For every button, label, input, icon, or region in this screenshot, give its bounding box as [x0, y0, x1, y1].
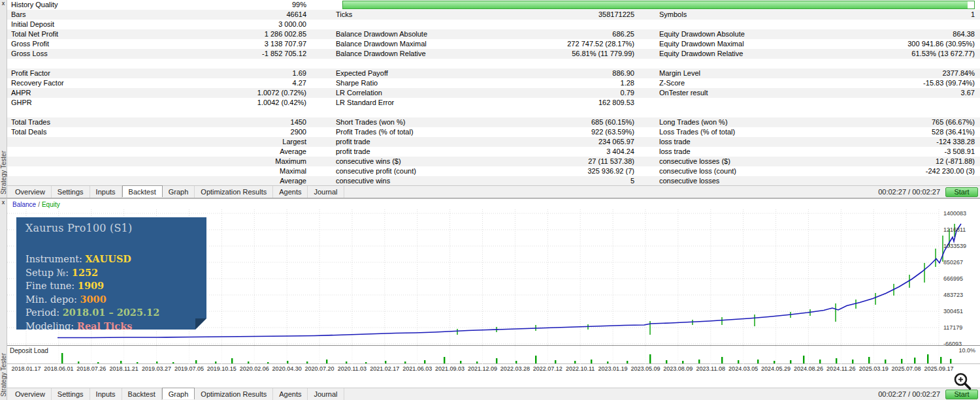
metric-label: loss trade [641, 147, 857, 157]
close-icon[interactable]: x [2, 199, 5, 206]
metric-label: Total Deals [7, 127, 201, 137]
tab-inputs[interactable]: Inputs [90, 186, 122, 198]
x-axis-label: 2024.05.29 [761, 365, 791, 372]
metric-value: 234 065.97 [529, 137, 641, 147]
metric-value [857, 59, 980, 69]
metric-label [641, 98, 857, 108]
metric-value: 1.28 [529, 78, 641, 88]
tab-settings[interactable]: Settings [52, 388, 90, 400]
metric-label: Ticks [313, 10, 529, 20]
report-row: Profit Factor1.69Expected Payoff886.90Ma… [7, 69, 980, 78]
metric-label [7, 108, 201, 117]
tab-inputs[interactable]: Inputs [90, 388, 122, 400]
info-line: Fine tune: 1909 [25, 279, 206, 293]
metric-label [641, 59, 857, 69]
metric-value: 1.0042 (0.42%) [201, 98, 313, 108]
deposit-load-max: 10.0% [958, 347, 975, 354]
x-axis-label: 2025.03.19 [859, 365, 889, 372]
tab-settings[interactable]: Settings [52, 186, 90, 198]
info-line: Min. depo: 3000 [25, 293, 206, 307]
close-icon[interactable]: x [2, 0, 5, 7]
metric-label: profit trade [313, 137, 529, 147]
report-row: Maximumconsecutive wins ($)27 (11 537.38… [7, 157, 980, 166]
metric-label: consecutive wins [313, 176, 529, 186]
tab-overview[interactable]: Overview [9, 186, 52, 198]
metric-label [313, 20, 529, 29]
metric-value: 922 (63.59%) [529, 127, 641, 137]
x-axis-label: 2019.07.05 [174, 365, 204, 372]
legend-equity[interactable]: Equity [42, 201, 60, 208]
x-axis-label: 2025.07.08 [892, 365, 921, 372]
tab-graph[interactable]: Graph [162, 388, 195, 399]
x-axis-label: 2021.09.03 [435, 365, 465, 372]
metric-value: 528 (36.41%) [857, 127, 980, 137]
report-row: GHPR1.0042 (0.42%)LR Standard Error162 8… [7, 98, 980, 108]
metric-label: loss trade [641, 137, 857, 147]
x-axis-label: 2024.11.26 [826, 365, 855, 372]
x-axis-label: 2018.06.01 [44, 365, 73, 372]
history-quality-bar [342, 1, 975, 9]
deposit-load-strip: Deposit Load 10.0% [7, 345, 980, 364]
metric-value: 1 [857, 10, 980, 20]
x-axis: 2018.01.172018.06.012018.07.262018.11.21… [7, 365, 980, 374]
metric-value: 2377.84% [857, 69, 980, 78]
backtest-report-panel: x Strategy Tester History Quality99%Bars… [0, 0, 980, 198]
deposit-load-label: Deposit Load [10, 347, 48, 354]
report-row: History Quality99% [7, 0, 980, 10]
tab-journal[interactable]: Journal [308, 186, 344, 198]
tab-journal[interactable]: Journal [308, 388, 344, 400]
report-row: Total Net Profit1 286 002.85Balance Draw… [7, 29, 980, 39]
tab-backtest[interactable]: Backtest [122, 185, 163, 197]
tab-agents[interactable]: Agents [273, 186, 308, 198]
strategy-tester-label: Strategy Tester [0, 353, 7, 397]
legend-balance[interactable]: Balance [12, 201, 36, 208]
metric-value: 3 404.24 [529, 147, 641, 157]
metric-value: -1 852 705.12 [201, 49, 313, 59]
report-row [7, 108, 980, 117]
tab-optimization-results[interactable]: Optimization Results [195, 388, 273, 400]
y-axis-label: 483723 [943, 292, 979, 299]
strategy-tester-strip-bottom: x Strategy Tester [0, 199, 7, 400]
zoom-icon[interactable] [953, 371, 972, 391]
y-axis-label: 300451 [943, 308, 979, 315]
elapsed-time: 00:02:27 / 00:02:27 [878, 188, 940, 196]
start-button[interactable]: Start [945, 187, 978, 197]
metric-label [641, 20, 857, 29]
metric-value [857, 108, 980, 117]
report-row: Largestprofit trade234 065.97loss trade-… [7, 137, 980, 147]
tab-backtest[interactable]: Backtest [122, 388, 162, 400]
metric-value: 300 941.86 (30.95%) [857, 39, 980, 49]
tab-agents[interactable]: Agents [273, 388, 308, 400]
info-line: Setup №: 1252 [25, 266, 206, 280]
metric-label: LR Correlation [313, 88, 529, 98]
metric-value: 56.81% (11 779.99) [529, 49, 641, 59]
metric-label [7, 176, 201, 186]
metric-label: consecutive losses [641, 176, 857, 186]
x-axis-label: 2025.09.17 [924, 365, 953, 372]
report-row: Initial Deposit3 000.00 [7, 20, 980, 29]
metric-value: 272 747.52 (28.17%) [529, 39, 641, 49]
metric-label: consecutive losses ($) [641, 157, 857, 166]
metric-value: 1.69 [201, 69, 313, 78]
tab-graph[interactable]: Graph [163, 186, 195, 198]
metric-value [529, 108, 641, 117]
metric-label: Bars [7, 10, 201, 20]
y-axis-label: -66093 [943, 341, 979, 348]
x-axis-label: 2020.02.06 [240, 365, 269, 372]
metric-value: 1 286 002.85 [201, 29, 313, 39]
backtest-report-table: History Quality99%Bars46614Ticks35817122… [7, 0, 980, 186]
metric-label: Profit Factor [7, 69, 201, 78]
tab-optimization-results[interactable]: Optimization Results [195, 186, 273, 198]
report-row: Gross Profit3 138 707.97Balance Drawdown… [7, 39, 980, 49]
metric-value: -3 508.91 [857, 147, 980, 157]
report-row: Recovery Factor4.27Sharpe Ratio1.28Z-Sco… [7, 78, 980, 88]
x-axis-label: 2023.01.19 [598, 365, 628, 372]
metric-value: 27 (11 537.38) [529, 157, 641, 166]
metric-label [641, 108, 857, 117]
metric-label: Profit Trades (% of total) [313, 127, 529, 137]
tab-overview[interactable]: Overview [9, 388, 52, 400]
report-row: Maximalconsecutive profit (count)325 936… [7, 166, 980, 176]
metric-value: 5 [529, 176, 641, 186]
y-axis-label: 117179 [943, 324, 979, 331]
metric-value: 1450 [201, 117, 313, 127]
